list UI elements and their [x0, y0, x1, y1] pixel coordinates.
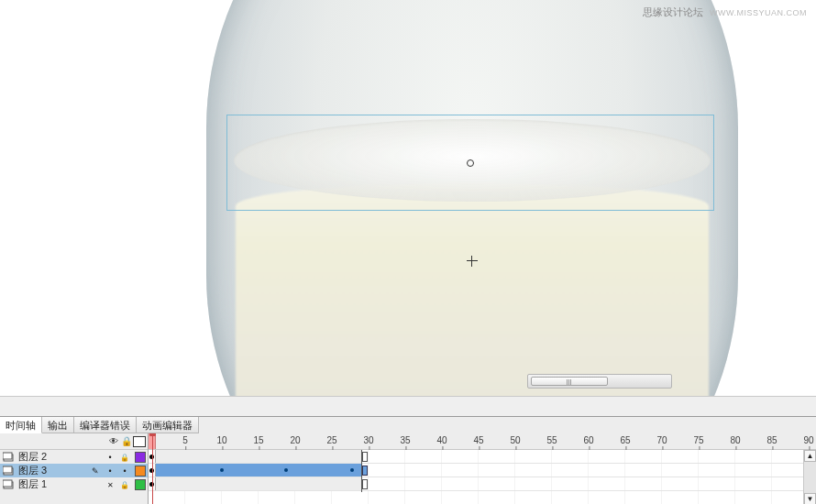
layer-name[interactable]: 图层 3: [17, 464, 87, 477]
scrollbar-grip-icon: [567, 379, 572, 385]
layer-row[interactable]: 图层 2: [0, 450, 148, 464]
layer-outline-swatch[interactable]: [135, 479, 146, 490]
tab-motion-editor[interactable]: 动画编辑器: [137, 417, 199, 433]
layer-lock-toggle[interactable]: [118, 466, 131, 476]
layer-row[interactable]: 图层 1: [0, 477, 148, 491]
ruler-tick[interactable]: 5: [182, 435, 188, 445]
layer-row[interactable]: 图层 3: [0, 464, 148, 477]
layer-lock-toggle[interactable]: [118, 480, 131, 489]
vertical-scrollbar[interactable]: ▲ ▼: [803, 450, 816, 504]
lock-column-icon[interactable]: 🔒: [120, 436, 133, 446]
blank-keyframe-icon[interactable]: [362, 452, 368, 462]
playhead[interactable]: [152, 433, 153, 504]
timeline-panel: 时间轴 输出 编译器错误 动画编辑器 👁 🔒 图层 2: [0, 416, 816, 504]
ruler-tick[interactable]: 40: [436, 435, 447, 445]
tab-compiler-errors[interactable]: 编译器错误: [74, 417, 137, 433]
ruler-tick[interactable]: 20: [290, 435, 300, 445]
layer-outline-swatch[interactable]: [135, 466, 146, 477]
layer-outline-swatch[interactable]: [135, 452, 146, 463]
watermark-url: WWW.MISSYUAN.COM: [710, 8, 807, 17]
ruler-tick[interactable]: 55: [546, 435, 557, 445]
tab-timeline[interactable]: 时间轴: [0, 417, 42, 433]
layer-name[interactable]: 图层 1: [17, 477, 102, 491]
track-row[interactable]: [149, 477, 816, 491]
ruler-tick[interactable]: 85: [766, 435, 777, 445]
liquid-surface-ellipse[interactable]: [234, 119, 711, 202]
track-row[interactable]: [149, 464, 816, 477]
layer-visibility-toggle[interactable]: [104, 453, 116, 462]
end-keyframe-icon[interactable]: [362, 466, 368, 476]
blank-keyframe-icon[interactable]: [362, 479, 368, 489]
timeline-body: 👁 🔒 图层 2 图层 3: [0, 433, 816, 504]
artwork-glass: [206, 0, 738, 416]
ruler-tick[interactable]: 65: [620, 435, 630, 445]
ruler-tick[interactable]: 70: [656, 435, 667, 445]
ruler-tick[interactable]: 75: [693, 435, 703, 445]
tab-output[interactable]: 输出: [42, 417, 74, 433]
ruler-tick[interactable]: 80: [730, 435, 740, 445]
ruler-tick[interactable]: 90: [803, 435, 813, 445]
svg-rect-5: [3, 480, 12, 487]
layer-visibility-toggle[interactable]: [104, 466, 116, 476]
track-row[interactable]: [149, 450, 816, 464]
transform-origin-crosshair-icon[interactable]: [467, 256, 478, 267]
visibility-column-icon[interactable]: 👁: [107, 436, 120, 446]
ruler-tick[interactable]: 50: [510, 435, 520, 445]
frame-ruler[interactable]: 51015202530354045505560657075808590: [149, 433, 816, 450]
horizontal-scrollbar[interactable]: [527, 374, 672, 389]
layer-icon: [2, 452, 15, 463]
ruler-tick[interactable]: 10: [216, 435, 226, 445]
outline-column-icon[interactable]: [133, 436, 146, 447]
frames-area[interactable]: 51015202530354045505560657075808590: [149, 433, 816, 504]
layer-icon: [2, 479, 15, 490]
layer-columns-header: 👁 🔒: [0, 433, 148, 450]
ruler-tick[interactable]: 35: [400, 435, 410, 445]
scrollbar-thumb[interactable]: [531, 377, 608, 386]
stage-canvas[interactable]: 思缘设计论坛 WWW.MISSYUAN.COM: [0, 0, 816, 416]
canvas-footer-bar: [0, 396, 816, 416]
svg-rect-3: [3, 466, 12, 473]
ruler-tick[interactable]: 30: [363, 435, 373, 445]
scroll-down-button[interactable]: ▼: [804, 493, 816, 504]
ruler-tick[interactable]: 25: [326, 435, 336, 445]
layer-list: 👁 🔒 图层 2 图层 3: [0, 433, 149, 504]
watermark: 思缘设计论坛 WWW.MISSYUAN.COM: [643, 5, 807, 19]
layer-name[interactable]: 图层 2: [17, 450, 102, 464]
svg-rect-1: [3, 453, 12, 459]
frame-span[interactable]: [156, 464, 362, 477]
ruler-tick[interactable]: 60: [583, 435, 593, 445]
frame-span[interactable]: [156, 477, 362, 490]
frame-span[interactable]: [156, 450, 362, 463]
tracks-container: [149, 450, 816, 491]
scroll-up-button[interactable]: ▲: [804, 450, 816, 462]
ruler-tick[interactable]: 15: [253, 435, 263, 445]
layer-lock-toggle[interactable]: [118, 453, 131, 462]
timeline-tab-bar: 时间轴 输出 编译器错误 动画编辑器: [0, 417, 816, 433]
layer-active-indicator: [89, 466, 102, 476]
layer-icon: [2, 466, 15, 477]
layer-visibility-toggle[interactable]: [104, 480, 116, 489]
watermark-site: 思缘设计论坛: [643, 6, 703, 17]
ruler-tick[interactable]: 45: [473, 435, 483, 445]
